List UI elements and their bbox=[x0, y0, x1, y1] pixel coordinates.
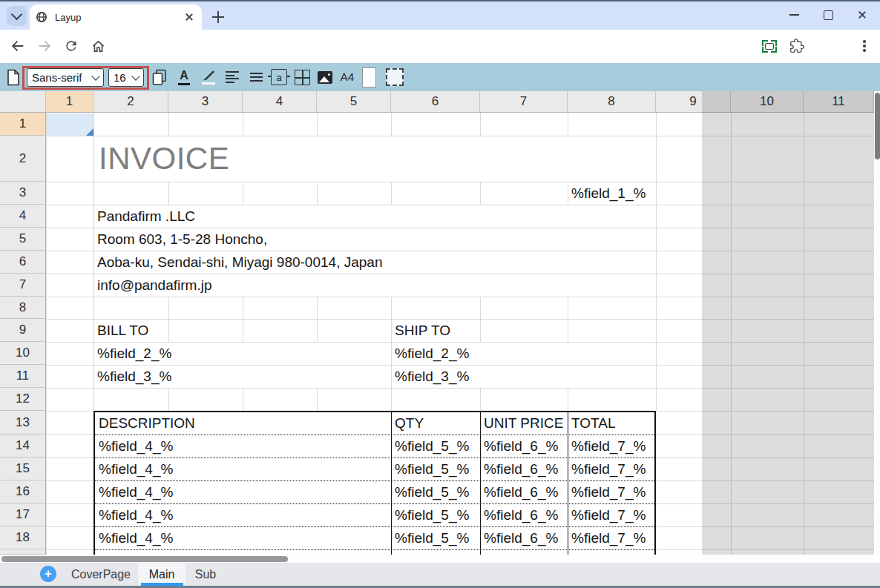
column-header[interactable]: 10 bbox=[731, 91, 804, 113]
horizontal-align-button[interactable] bbox=[221, 65, 243, 89]
borders-button[interactable] bbox=[291, 65, 313, 89]
font-family-select[interactable]: Sans-serif bbox=[27, 68, 104, 87]
table-cell[interactable]: %field_7_% bbox=[571, 435, 646, 457]
horizontal-scrollbar-thumb[interactable] bbox=[1, 556, 288, 562]
table-cell[interactable]: %field_6_% bbox=[484, 503, 558, 526]
maximize-button[interactable] bbox=[813, 4, 843, 25]
row-header[interactable]: 8 bbox=[0, 297, 46, 319]
row-header[interactable]: 2 bbox=[0, 136, 46, 182]
column-header[interactable]: 3 bbox=[168, 91, 243, 113]
row-header[interactable]: 4 bbox=[0, 205, 46, 228]
screenshot-button[interactable] bbox=[758, 34, 781, 58]
fill-color-button[interactable] bbox=[197, 65, 220, 89]
invoice-title-cell[interactable]: INVOICE bbox=[99, 136, 229, 182]
row-header[interactable]: 11 bbox=[0, 365, 46, 388]
new-tab-button[interactable] bbox=[208, 7, 229, 27]
row-header[interactable]: 7 bbox=[0, 274, 46, 297]
row-header[interactable]: 17 bbox=[0, 503, 46, 526]
insert-image-button[interactable] bbox=[314, 65, 336, 89]
tab-search-button[interactable] bbox=[7, 6, 27, 26]
horizontal-scrollbar[interactable] bbox=[0, 555, 874, 563]
reload-button[interactable] bbox=[59, 34, 83, 58]
row-header[interactable]: 18 bbox=[0, 526, 46, 549]
text-box-button[interactable]: a bbox=[268, 65, 290, 89]
company-email-cell[interactable]: info@pandafirm.jp bbox=[97, 274, 211, 297]
table-cell[interactable]: %field_5_% bbox=[395, 526, 469, 549]
add-sheet-button[interactable]: + bbox=[40, 566, 56, 582]
row-header[interactable]: 3 bbox=[0, 182, 46, 205]
row-header[interactable]: 6 bbox=[0, 251, 46, 274]
column-header[interactable]: 11 bbox=[804, 91, 874, 113]
column-header[interactable]: 8 bbox=[568, 91, 656, 113]
bill-to-field-cell[interactable]: %field_2_% bbox=[97, 342, 171, 365]
ship-to-field-cell[interactable]: %field_2_% bbox=[395, 342, 469, 365]
font-color-button[interactable]: A bbox=[173, 65, 195, 89]
table-cell[interactable]: %field_6_% bbox=[484, 457, 558, 480]
spreadsheet-grid[interactable]: 1234567891011123456789101112131415161718… bbox=[0, 91, 874, 555]
ship-to-label-cell[interactable]: SHIP TO bbox=[395, 319, 450, 342]
table-cell[interactable]: %field_7_% bbox=[571, 526, 646, 549]
table-header-cell[interactable]: QTY bbox=[395, 412, 424, 435]
row-header[interactable]: 10 bbox=[0, 342, 46, 365]
browser-tab[interactable]: Layup bbox=[30, 4, 202, 30]
table-cell[interactable]: %field_6_% bbox=[484, 480, 558, 503]
company-name-cell[interactable]: Pandafirm .LLC bbox=[97, 205, 195, 228]
back-button[interactable] bbox=[6, 34, 30, 58]
vertical-scrollbar[interactable] bbox=[874, 91, 880, 563]
row-header[interactable]: 16 bbox=[0, 480, 46, 503]
new-file-button[interactable] bbox=[2, 65, 24, 89]
column-header[interactable]: 7 bbox=[480, 91, 568, 113]
row-header[interactable]: 13 bbox=[0, 411, 46, 435]
minimize-button[interactable] bbox=[779, 4, 809, 25]
close-window-button[interactable] bbox=[847, 4, 877, 25]
copy-button[interactable] bbox=[148, 65, 171, 89]
invoice-table[interactable]: DESCRIPTIONQTYUNIT PRICETOTAL%field_4_%%… bbox=[93, 411, 656, 555]
color-swatch-button[interactable] bbox=[358, 65, 380, 89]
fill-handle[interactable] bbox=[86, 128, 93, 136]
bill-to-field-cell[interactable]: %field_3_% bbox=[97, 365, 171, 388]
column-header[interactable]: 6 bbox=[391, 91, 480, 113]
row-header[interactable]: 15 bbox=[0, 457, 46, 480]
company-address-cell[interactable]: Aoba-ku, Sendai-shi, Miyagi 980-0014, Ja… bbox=[97, 251, 382, 274]
table-cell[interactable]: %field_6_% bbox=[484, 526, 558, 549]
vertical-align-button[interactable] bbox=[245, 65, 267, 89]
table-cell[interactable]: %field_6_% bbox=[484, 435, 558, 457]
table-cell[interactable]: %field_4_% bbox=[99, 480, 173, 503]
browser-menu-button[interactable] bbox=[853, 34, 876, 58]
extensions-button[interactable] bbox=[785, 34, 809, 58]
table-cell[interactable]: %field_5_% bbox=[395, 457, 469, 480]
table-cell[interactable]: %field_4_% bbox=[99, 457, 173, 480]
table-header-cell[interactable]: UNIT PRICE bbox=[484, 412, 563, 435]
column-header[interactable]: 1 bbox=[46, 91, 93, 113]
row-header[interactable]: 5 bbox=[0, 228, 46, 251]
table-cell[interactable]: %field_7_% bbox=[571, 503, 646, 526]
table-cell[interactable]: %field_5_% bbox=[395, 503, 469, 526]
sheet-tab-coverpage[interactable]: CoverPage bbox=[68, 563, 134, 586]
table-cell[interactable]: %field_4_% bbox=[99, 435, 173, 457]
forward-button[interactable] bbox=[33, 34, 56, 58]
row-header[interactable]: 12 bbox=[0, 388, 46, 411]
row-header[interactable]: 1 bbox=[0, 113, 46, 136]
row-header[interactable] bbox=[0, 549, 46, 555]
tab-close-button[interactable] bbox=[183, 10, 196, 24]
row-header[interactable]: 14 bbox=[0, 435, 46, 457]
doc-number-cell[interactable]: %field_1_% bbox=[571, 182, 646, 205]
table-cell[interactable]: %field_5_% bbox=[395, 435, 469, 457]
ship-to-field-cell[interactable]: %field_3_% bbox=[395, 365, 469, 388]
column-header[interactable]: 4 bbox=[243, 91, 317, 113]
row-header[interactable]: 9 bbox=[0, 319, 46, 342]
table-cell[interactable]: %field_4_% bbox=[99, 503, 173, 526]
vertical-scrollbar-thumb[interactable] bbox=[875, 93, 880, 159]
column-header[interactable]: 9 bbox=[656, 91, 731, 113]
table-header-cell[interactable]: TOTAL bbox=[571, 412, 615, 435]
table-cell[interactable]: %field_4_% bbox=[99, 526, 173, 549]
table-cell[interactable]: %field_7_% bbox=[571, 457, 646, 480]
bill-to-label-cell[interactable]: BILL TO bbox=[97, 319, 148, 342]
table-header-cell[interactable]: DESCRIPTION bbox=[99, 412, 195, 435]
home-button[interactable] bbox=[86, 34, 110, 58]
company-address-cell[interactable]: Room 603, 1-5-28 Honcho, bbox=[97, 228, 267, 251]
selection-border-button[interactable] bbox=[384, 65, 406, 89]
sheet-tab-sub[interactable]: Sub bbox=[187, 563, 224, 586]
table-cell[interactable]: %field_7_% bbox=[571, 480, 646, 503]
grid-corner[interactable] bbox=[0, 91, 46, 113]
